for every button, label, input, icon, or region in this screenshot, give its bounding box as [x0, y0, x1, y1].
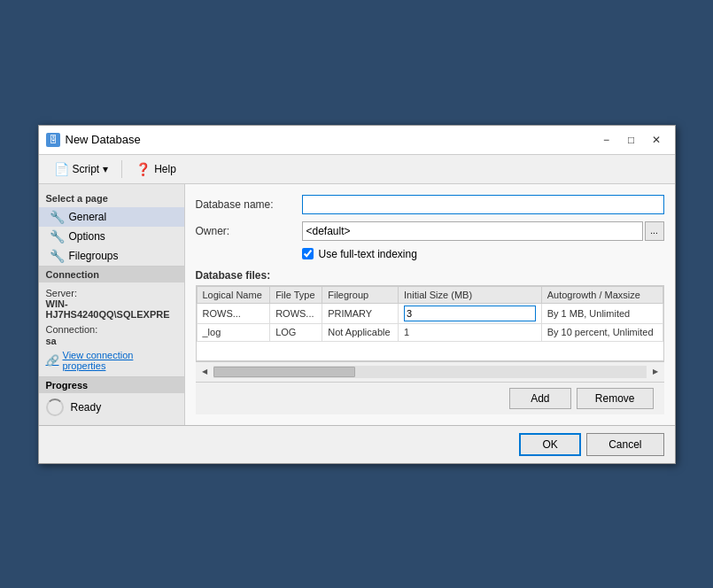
fulltext-row: Use full-text indexing	[196, 248, 664, 260]
connection-text-label: Connection:	[46, 324, 98, 335]
col-filegroup: Filegroup	[322, 286, 399, 303]
col-initial-size: Initial Size (MB)	[399, 286, 542, 303]
toolbar: 📄 Script ▾ ❓ Help	[39, 155, 675, 184]
remove-button[interactable]: Remove	[577, 388, 654, 409]
dialog-bottom: OK Cancel	[39, 425, 675, 463]
cancel-button[interactable]: Cancel	[586, 433, 663, 456]
maximize-button[interactable]: □	[620, 131, 643, 149]
connection-label: Connection:	[46, 323, 177, 336]
table-header-row: Logical Name File Type Filegroup Initial…	[197, 286, 663, 303]
script-button[interactable]: 📄 Script ▾	[46, 159, 117, 180]
form-area: Database name: Owner: ... Use full-text …	[185, 184, 675, 425]
title-bar-left: 🗄 New Database	[46, 133, 141, 147]
owner-row: Owner: ...	[196, 221, 664, 241]
col-logical-name: Logical Name	[197, 286, 270, 303]
cell-filegroup: Not Applicable	[322, 323, 399, 341]
connection-user: sa	[46, 336, 177, 346]
progress-inner: Ready	[46, 398, 177, 416]
scrollbar-track[interactable]	[213, 366, 647, 378]
cell-file-type: LOG	[270, 323, 322, 341]
cell-autogrowth: By 10 percent, Unlimited	[541, 323, 663, 341]
server-label: Server:	[46, 288, 177, 298]
cell-initial-size[interactable]	[399, 303, 542, 323]
scroll-left-arrow[interactable]: ◀	[196, 366, 213, 378]
horizontal-scrollbar[interactable]: ◀ ▶	[196, 361, 664, 382]
connection-link-text: View connection properties	[63, 350, 177, 371]
toolbar-separator	[121, 160, 122, 178]
sidebar-item-filegroups-label: Filegroups	[69, 250, 119, 262]
script-label: Script	[73, 163, 100, 175]
main-content: Select a page 🔧 General 🔧 Options 🔧 File…	[39, 184, 675, 425]
db-files-table-container: Logical Name File Type Filegroup Initial…	[196, 285, 664, 361]
add-button[interactable]: Add	[509, 388, 571, 409]
cell-logical-name: ROWS...	[197, 303, 270, 323]
help-icon: ❓	[136, 162, 151, 176]
sidebar-item-filegroups[interactable]: 🔧 Filegroups	[39, 246, 184, 266]
col-file-type: File Type	[270, 286, 322, 303]
table-row[interactable]: ROWS...ROWS...PRIMARYBy 1 MB, Unlimited	[197, 303, 663, 323]
form-area-inner: Database name: Owner: ... Use full-text …	[196, 195, 664, 414]
help-label: Help	[154, 163, 176, 175]
progress-status: Ready	[71, 401, 102, 414]
table-row[interactable]: _logLOGNot Applicable1By 10 percent, Unl…	[197, 323, 663, 341]
ok-button[interactable]: OK	[519, 433, 581, 456]
db-files-label: Database files:	[196, 269, 664, 282]
connection-section: Connection Server: WIN-HJ7HS4240QQ\SQLEX…	[39, 266, 184, 376]
db-name-label: Database name:	[196, 198, 302, 211]
title-bar: 🗄 New Database − □ ✕	[39, 126, 675, 155]
cell-logical-name: _log	[197, 323, 270, 341]
progress-section: Progress Ready	[39, 376, 184, 422]
scrollbar-thumb[interactable]	[213, 367, 355, 377]
new-database-window: 🗄 New Database − □ ✕ 📄 Script ▾ ❓ Help S…	[38, 125, 676, 464]
progress-title: Progress	[39, 377, 184, 393]
sidebar-section-title: Select a page	[39, 188, 184, 207]
fulltext-checkbox[interactable]	[302, 248, 314, 259]
window-title: New Database	[66, 133, 141, 146]
title-bar-controls: − □ ✕	[595, 131, 668, 149]
view-connection-link[interactable]: 🔗 View connection properties	[46, 350, 177, 371]
sidebar-item-general[interactable]: 🔧 General	[39, 207, 184, 227]
owner-label: Owner:	[196, 225, 302, 237]
window-icon: 🗄	[46, 133, 60, 147]
db-name-row: Database name:	[196, 195, 664, 214]
db-name-input[interactable]	[302, 195, 664, 214]
sidebar-item-options[interactable]: 🔧 Options	[39, 227, 184, 246]
script-icon: 📄	[54, 162, 69, 176]
db-files-table: Logical Name File Type Filegroup Initial…	[197, 286, 663, 342]
minimize-button[interactable]: −	[595, 131, 618, 149]
server-value: WIN-HJ7HS4240QQ\SQLEXPRE	[46, 298, 177, 320]
add-remove-row: Add Remove	[196, 382, 664, 414]
owner-input[interactable]	[302, 221, 643, 241]
filegroups-icon: 🔧	[50, 249, 65, 263]
owner-browse-button[interactable]: ...	[645, 221, 664, 241]
size-input[interactable]	[404, 306, 536, 321]
connection-title: Connection	[39, 267, 184, 282]
col-autogrowth: Autogrowth / Maxsize	[541, 286, 663, 303]
cell-filegroup: PRIMARY	[322, 303, 399, 323]
cell-autogrowth: By 1 MB, Unlimited	[541, 303, 663, 323]
cell-initial-size[interactable]: 1	[399, 323, 542, 341]
options-icon: 🔧	[50, 229, 65, 244]
sidebar: Select a page 🔧 General 🔧 Options 🔧 File…	[39, 184, 185, 425]
sidebar-item-options-label: Options	[69, 230, 105, 243]
help-button[interactable]: ❓ Help	[128, 159, 184, 180]
sidebar-item-general-label: General	[69, 211, 107, 223]
fulltext-label: Use full-text indexing	[319, 248, 417, 260]
close-button[interactable]: ✕	[645, 131, 668, 149]
cell-file-type: ROWS...	[270, 303, 322, 323]
script-dropdown-icon: ▾	[103, 163, 108, 175]
general-icon: 🔧	[50, 210, 65, 224]
scroll-right-arrow[interactable]: ▶	[647, 366, 664, 378]
progress-spinner	[46, 398, 64, 416]
connection-link-icon: 🔗	[46, 354, 59, 367]
